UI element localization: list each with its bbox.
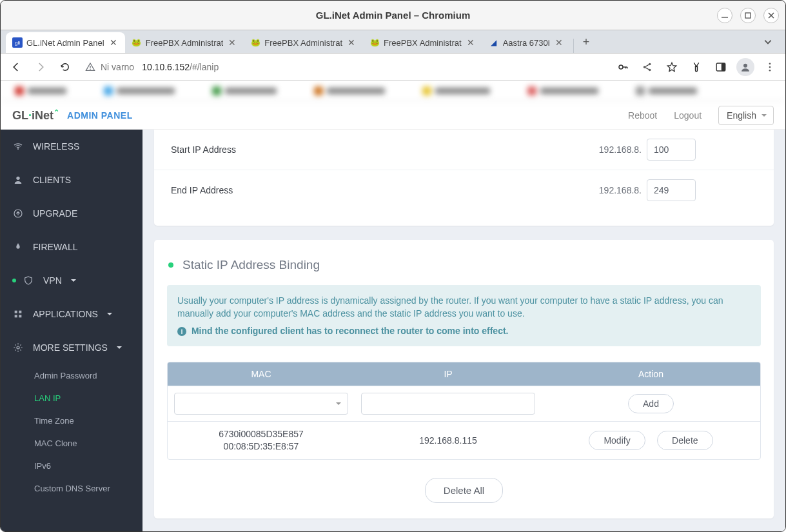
- form-row-start-ip: Start IP Address 192.168.8.: [154, 130, 774, 170]
- back-button[interactable]: [7, 58, 25, 76]
- dhcp-panel: Start IP Address 192.168.8. End IP Addre…: [154, 130, 774, 226]
- tab-title: Aastra 6730i: [503, 38, 550, 48]
- svg-point-13: [769, 69, 771, 71]
- start-ip-label: Start IP Address: [171, 144, 442, 155]
- sidebar-label: CLIENTS: [33, 175, 71, 185]
- extension-icon[interactable]: [687, 58, 705, 76]
- info-text-1: Usually your computer's IP address is dy…: [177, 294, 751, 320]
- shield-icon: [23, 275, 34, 286]
- svg-rect-0: [722, 17, 728, 18]
- panel-title-text: Static IP Address Binding: [182, 258, 320, 272]
- sidebar-item-firewall[interactable]: FIREWALL: [1, 230, 142, 264]
- sidebar-sub-lan-ip[interactable]: LAN IP: [1, 387, 142, 409]
- url-host: 10.10.6.152: [142, 62, 190, 72]
- close-icon[interactable]: ✕: [466, 37, 476, 48]
- sidebar-label: APPLICATIONS: [33, 309, 98, 319]
- col-action-header: Action: [542, 362, 760, 386]
- admin-panel-header: GL·iNet⌃ ADMIN PANEL Reboot Logout Engli…: [1, 101, 785, 130]
- sidebar-item-applications[interactable]: APPLICATIONS: [1, 297, 142, 331]
- sidebar-sub-admin-password[interactable]: Admin Password: [1, 364, 142, 387]
- modify-button[interactable]: Modify: [589, 431, 645, 450]
- profile-avatar-icon[interactable]: [736, 58, 754, 76]
- sidebar-item-upgrade[interactable]: UPGRADE: [1, 197, 142, 230]
- svg-point-12: [769, 66, 771, 68]
- reboot-link[interactable]: Reboot: [628, 110, 657, 121]
- client-ip: 192.168.8.115: [355, 429, 542, 452]
- gear-icon: [12, 342, 24, 353]
- close-button[interactable]: [763, 8, 779, 23]
- browser-toolbar: Ni varno 10.10.6.152/#/lanip: [1, 54, 785, 81]
- logout-link[interactable]: Logout: [674, 110, 702, 121]
- svg-point-14: [17, 148, 19, 150]
- minimize-button[interactable]: [717, 8, 732, 23]
- close-icon[interactable]: ✕: [108, 37, 119, 48]
- svg-point-21: [17, 346, 19, 349]
- insecure-icon: [85, 62, 95, 72]
- bookmarks-bar: [1, 81, 785, 101]
- share-icon[interactable]: [638, 58, 656, 76]
- brand-logo: GL·iNet⌃: [12, 108, 59, 123]
- sidebar-sub-ipv6[interactable]: IPv6: [1, 455, 142, 477]
- ip-input[interactable]: [361, 393, 535, 415]
- bookmark-star-icon[interactable]: [663, 58, 681, 76]
- tab-title: FreePBX Administrat: [264, 38, 342, 48]
- sidebar-label: WIRELESS: [33, 141, 79, 152]
- svg-rect-2: [90, 66, 90, 68]
- tabs-overflow-button[interactable]: [756, 34, 780, 53]
- password-key-icon[interactable]: [614, 58, 632, 76]
- browser-tab[interactable]: 🐸 FreePBX Administrat ✕: [244, 32, 363, 53]
- browser-tab[interactable]: 🐸 FreePBX Administrat ✕: [363, 32, 482, 53]
- start-ip-input[interactable]: [647, 139, 696, 161]
- sidebar-item-clients[interactable]: CLIENTS: [1, 163, 142, 197]
- side-panel-icon[interactable]: [712, 58, 730, 76]
- svg-point-4: [619, 65, 623, 69]
- svg-point-10: [743, 63, 747, 67]
- chevron-down-icon: [107, 313, 112, 318]
- window-title: GL.iNet Admin Panel – Chromium: [316, 10, 470, 21]
- delete-button[interactable]: Delete: [657, 431, 712, 450]
- sidebar-sub-time-zone[interactable]: Time Zone: [1, 409, 142, 432]
- favicon-icon: ◢: [489, 37, 499, 48]
- favicon-icon: gli: [12, 37, 23, 48]
- end-ip-input[interactable]: [647, 179, 696, 201]
- add-button[interactable]: Add: [628, 394, 674, 413]
- sidebar-item-wireless[interactable]: WIRELESS: [1, 130, 142, 163]
- delete-all-button[interactable]: Delete All: [425, 478, 503, 503]
- forward-button[interactable]: [32, 58, 50, 76]
- maximize-button[interactable]: [740, 8, 756, 23]
- info-icon: i: [177, 327, 186, 336]
- menu-kebab-icon[interactable]: [761, 58, 779, 76]
- sidebar-label: FIREWALL: [33, 242, 78, 252]
- svg-rect-3: [90, 68, 90, 69]
- col-ip-header: IP: [355, 362, 542, 386]
- sidebar-sub-custom-dns[interactable]: Custom DNS Server: [1, 477, 142, 500]
- close-icon[interactable]: ✕: [346, 37, 357, 48]
- svg-rect-17: [15, 311, 17, 313]
- browser-tab[interactable]: gli GL.iNet Admin Panel ✕: [6, 32, 125, 53]
- close-icon[interactable]: ✕: [227, 37, 237, 48]
- reload-button[interactable]: [56, 58, 74, 76]
- close-icon[interactable]: ✕: [554, 37, 564, 48]
- panel-title: Static IP Address Binding: [154, 253, 774, 285]
- new-tab-button[interactable]: +: [576, 32, 596, 53]
- svg-point-11: [769, 63, 771, 64]
- ip-prefix: 192.168.8.: [442, 185, 642, 195]
- address-bar[interactable]: Ni varno 10.10.6.152/#/lanip: [81, 59, 607, 75]
- svg-point-5: [644, 66, 645, 68]
- mac-select[interactable]: [174, 393, 348, 415]
- static-ip-table: MAC IP Action Add 6730i00085D35E857 00:0…: [167, 362, 761, 460]
- browser-tabstrip: gli GL.iNet Admin Panel ✕ 🐸 FreePBX Admi…: [1, 30, 785, 54]
- grid-icon: [12, 309, 24, 319]
- browser-tab[interactable]: 🐸 FreePBX Administrat ✕: [125, 32, 244, 53]
- chevron-down-icon: [71, 279, 76, 284]
- browser-tab[interactable]: ◢ Aastra 6730i ✕: [482, 32, 571, 53]
- svg-point-15: [16, 177, 19, 180]
- firewall-icon: [12, 242, 24, 252]
- client-name: 6730i00085D35E857: [174, 428, 348, 440]
- sidebar-item-more-settings[interactable]: MORE SETTINGS: [1, 331, 142, 364]
- upgrade-icon: [12, 208, 24, 219]
- sidebar-item-vpn[interactable]: VPN: [1, 264, 142, 297]
- language-select[interactable]: English: [718, 106, 774, 125]
- sidebar-sub-mac-clone[interactable]: MAC Clone: [1, 432, 142, 455]
- status-dot-icon: [12, 279, 16, 282]
